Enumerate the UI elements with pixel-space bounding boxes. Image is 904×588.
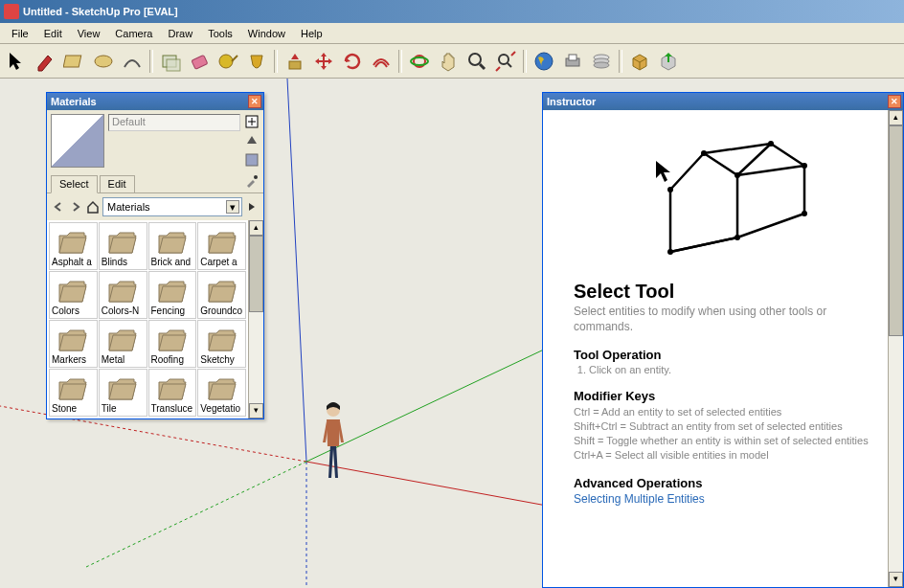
svg-line-19: [287, 79, 306, 462]
make-component-tool[interactable]: [157, 48, 184, 75]
material-folder[interactable]: Vegetatio: [197, 369, 246, 417]
scrollbar-thumb[interactable]: [889, 125, 903, 336]
zoom-extents-tool[interactable]: [492, 48, 519, 75]
svg-line-10: [480, 64, 485, 69]
move-tool[interactable]: [310, 48, 337, 75]
material-folder[interactable]: Groundco: [197, 271, 246, 319]
material-folder-label: Brick and: [151, 257, 194, 267]
scrollbar-thumb[interactable]: [249, 236, 263, 312]
menu-draw[interactable]: Draw: [160, 26, 200, 41]
instructor-scrollbar[interactable]: ▴ ▾: [888, 110, 903, 587]
svg-point-18: [594, 62, 609, 68]
material-folder-label: Groundco: [200, 305, 243, 316]
menu-help[interactable]: Help: [293, 26, 330, 41]
material-name-input[interactable]: Default: [108, 114, 240, 131]
material-folder[interactable]: Roofing: [148, 320, 197, 368]
line-tool[interactable]: [33, 48, 59, 75]
rotate-tool[interactable]: [339, 48, 366, 75]
tab-edit[interactable]: Edit: [100, 175, 135, 192]
zoom-tool[interactable]: [463, 48, 490, 75]
tape-tool[interactable]: [215, 48, 241, 75]
combo-value: Materials: [107, 201, 150, 213]
material-folder-label: Roofing: [151, 354, 194, 365]
pushpull-tool[interactable]: [282, 48, 308, 75]
warehouse-tool[interactable]: [626, 48, 653, 75]
instructor-adv-link[interactable]: Selecting Multiple Entities: [574, 492, 705, 506]
nav-back-icon[interactable]: [51, 199, 66, 215]
instructor-mod-list: Ctrl = Add an entity to set of selected …: [574, 405, 872, 462]
circle-tool[interactable]: [90, 48, 117, 75]
orbit-tool[interactable]: [406, 48, 433, 75]
material-folder-label: Stone: [52, 403, 95, 414]
svg-point-35: [734, 235, 740, 240]
close-icon[interactable]: ✕: [248, 95, 261, 108]
svg-point-37: [802, 163, 807, 169]
print-tool[interactable]: [559, 48, 586, 75]
svg-point-38: [768, 141, 774, 147]
material-folder-label: Metal: [102, 354, 145, 365]
material-folder[interactable]: Sketchy: [197, 320, 246, 368]
materials-scrollbar[interactable]: ▴ ▾: [248, 220, 263, 418]
menu-file[interactable]: File: [4, 26, 36, 41]
menu-edit[interactable]: Edit: [36, 26, 70, 41]
paint-tool[interactable]: [243, 48, 270, 75]
svg-rect-6: [289, 61, 301, 69]
home-icon[interactable]: [85, 199, 101, 215]
material-folder[interactable]: Colors: [49, 271, 98, 319]
materials-library-combo[interactable]: Materials ▾: [102, 197, 242, 216]
menu-tools[interactable]: Tools: [200, 26, 240, 41]
material-folder[interactable]: Brick and: [148, 222, 197, 270]
instructor-panel[interactable]: Instructor ✕: [542, 92, 904, 588]
svg-point-32: [667, 187, 673, 192]
layers-tool[interactable]: [588, 48, 615, 75]
material-folder-label: Vegetatio: [200, 403, 243, 414]
back-face-swatch-icon[interactable]: [244, 152, 260, 168]
material-folder[interactable]: Tile: [99, 369, 147, 417]
arc-tool[interactable]: [119, 48, 146, 75]
pan-tool[interactable]: [435, 48, 462, 75]
select-tool[interactable]: [4, 48, 31, 75]
create-material-icon[interactable]: [244, 114, 260, 129]
scroll-down-icon[interactable]: ▾: [249, 403, 263, 418]
eraser-tool[interactable]: [186, 48, 213, 75]
material-folder[interactable]: Carpet a: [197, 222, 246, 270]
offset-tool[interactable]: [368, 48, 395, 75]
instructor-tool-title: Select Tool: [574, 281, 872, 303]
materials-titlebar[interactable]: Materials ✕: [47, 93, 263, 110]
material-folder-label: Colors: [52, 305, 95, 316]
materials-panel[interactable]: Materials ✕ Default Select Edit: [46, 92, 264, 419]
material-folder[interactable]: Transluce: [148, 369, 197, 417]
chevron-down-icon[interactable]: ▾: [226, 200, 239, 214]
getmodels-tool[interactable]: [531, 48, 557, 75]
menu-camera[interactable]: Camera: [107, 26, 160, 41]
menu-window[interactable]: Window: [240, 26, 293, 41]
tab-select[interactable]: Select: [51, 175, 98, 193]
scroll-down-icon[interactable]: ▾: [889, 572, 903, 587]
material-preview-swatch[interactable]: [51, 114, 104, 168]
share-tool[interactable]: [655, 48, 682, 75]
scroll-up-icon[interactable]: ▴: [249, 220, 263, 236]
material-folder[interactable]: Blinds: [99, 222, 147, 270]
material-folder[interactable]: Metal: [99, 320, 147, 368]
materials-panel-title: Materials: [51, 96, 97, 107]
material-folder[interactable]: Stone: [49, 369, 98, 417]
details-menu-icon[interactable]: [244, 199, 260, 215]
set-default-icon[interactable]: [244, 133, 260, 148]
svg-rect-15: [569, 55, 576, 60]
rectangle-tool[interactable]: [61, 48, 88, 75]
menu-view[interactable]: View: [70, 26, 108, 41]
material-folder[interactable]: Colors-N: [99, 271, 147, 319]
instructor-mod-heading: Modifier Keys: [574, 389, 872, 403]
material-folder[interactable]: Fencing: [148, 271, 197, 319]
instructor-titlebar[interactable]: Instructor ✕: [543, 93, 903, 110]
close-icon[interactable]: ✕: [888, 95, 901, 108]
material-folder[interactable]: Markers: [49, 320, 98, 368]
nav-forward-icon[interactable]: [68, 199, 83, 215]
svg-point-11: [499, 55, 508, 64]
material-folder[interactable]: Asphalt a: [49, 222, 98, 270]
material-folder-label: Tile: [102, 403, 145, 414]
eyedropper-icon[interactable]: [244, 173, 260, 189]
instructor-illustration: [574, 118, 872, 271]
scroll-up-icon[interactable]: ▴: [889, 110, 903, 125]
svg-point-31: [667, 249, 673, 255]
